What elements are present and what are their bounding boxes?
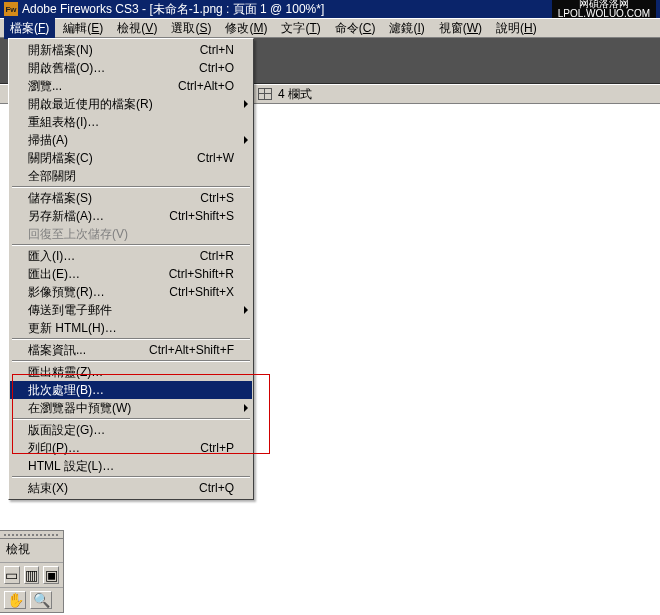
menu-separator: [12, 418, 250, 420]
menu-separator: [12, 186, 250, 188]
menu-item[interactable]: 掃描(A): [10, 131, 252, 149]
menu-separator: [12, 360, 250, 362]
menu-separator: [12, 338, 250, 340]
view-mode-row: ▭ ▥ ▣: [0, 563, 63, 588]
menu-item-label: 更新 HTML(H)…: [28, 320, 234, 337]
menu-item-accelerator: Ctrl+Shift+S: [169, 209, 234, 223]
menu-w[interactable]: 視窗(W): [433, 18, 488, 39]
menu-item-label: 全部關閉: [28, 168, 234, 185]
title-bar: Fw Adobe Fireworks CS3 - [未命名-1.png : 頁面…: [0, 0, 660, 18]
menu-item-label: 在瀏覽器中預覽(W): [28, 400, 234, 417]
menu-item-label: 版面設定(G)…: [28, 422, 234, 439]
menu-item-accelerator: Ctrl+Alt+Shift+F: [149, 343, 234, 357]
menu-item[interactable]: 檔案資訊...Ctrl+Alt+Shift+F: [10, 341, 252, 359]
menu-item-label: HTML 設定(L)…: [28, 458, 234, 475]
menu-item-label: 開啟最近使用的檔案(R): [28, 96, 234, 113]
menu-item-label: 關閉檔案(C): [28, 150, 197, 167]
menu-item[interactable]: 匯入(I)…Ctrl+R: [10, 247, 252, 265]
menu-item-label: 匯出(E)…: [28, 266, 169, 283]
menu-item[interactable]: 傳送到電子郵件: [10, 301, 252, 319]
tool-row: ✋ 🔍: [0, 588, 63, 612]
window-title: Adobe Fireworks CS3 - [未命名-1.png : 頁面 1 …: [22, 1, 324, 18]
menu-item-label: 另存新檔(A)…: [28, 208, 169, 225]
menu-f[interactable]: 檔案(F): [4, 18, 55, 39]
submenu-arrow-icon: [244, 136, 248, 144]
menu-item[interactable]: 結束(X)Ctrl+Q: [10, 479, 252, 497]
menu-v[interactable]: 檢視(V): [111, 18, 163, 39]
menu-item[interactable]: 匯出(E)…Ctrl+Shift+R: [10, 265, 252, 283]
layout-grid-icon[interactable]: [258, 88, 272, 100]
menu-item-label: 列印(P)…: [28, 440, 200, 457]
menu-item-label: 回復至上次儲存(V): [28, 226, 234, 243]
menu-item: 回復至上次儲存(V): [10, 225, 252, 243]
menu-item-accelerator: Ctrl+W: [197, 151, 234, 165]
menu-item[interactable]: 開啟最近使用的檔案(R): [10, 95, 252, 113]
submenu-arrow-icon: [244, 404, 248, 412]
tool-panel: 檢視 ▭ ▥ ▣ ✋ 🔍: [0, 530, 64, 613]
menu-item[interactable]: 關閉檔案(C)Ctrl+W: [10, 149, 252, 167]
menu-item-label: 匯出精靈(Z)…: [28, 364, 234, 381]
menu-item[interactable]: 更新 HTML(H)…: [10, 319, 252, 337]
menu-bar: 檔案(F)編輯(E)檢視(V)選取(S)修改(M)文字(T)命令(C)濾鏡(I)…: [0, 18, 660, 38]
menu-i[interactable]: 濾鏡(I): [383, 18, 430, 39]
menu-item-accelerator: Ctrl+R: [200, 249, 234, 263]
menu-item-label: 結束(X): [28, 480, 199, 497]
menu-item-accelerator: Ctrl+S: [200, 191, 234, 205]
watermark-badge: 网碩洛洛网 LPOL.WOLUO.COM: [552, 0, 656, 18]
menu-s[interactable]: 選取(S): [165, 18, 217, 39]
submenu-arrow-icon: [244, 100, 248, 108]
submenu-arrow-icon: [244, 306, 248, 314]
menu-item-accelerator: Ctrl+N: [200, 43, 234, 57]
app-icon: Fw: [4, 2, 18, 16]
menu-item-accelerator: Ctrl+Shift+X: [169, 285, 234, 299]
menu-item[interactable]: 另存新檔(A)…Ctrl+Shift+S: [10, 207, 252, 225]
menu-item-label: 重組表格(I)…: [28, 114, 234, 131]
menu-item-accelerator: Ctrl+Alt+O: [178, 79, 234, 93]
layout-b-icon[interactable]: ▥: [24, 566, 40, 584]
menu-separator: [12, 244, 250, 246]
menu-item[interactable]: HTML 設定(L)…: [10, 457, 252, 475]
menu-item-label: 瀏覽...: [28, 78, 178, 95]
menu-item-label: 掃描(A): [28, 132, 234, 149]
menu-item-label: 儲存檔案(S): [28, 190, 200, 207]
menu-item-accelerator: Ctrl+P: [200, 441, 234, 455]
menu-item[interactable]: 儲存檔案(S)Ctrl+S: [10, 189, 252, 207]
hand-tool-icon[interactable]: ✋: [4, 591, 26, 609]
menu-item[interactable]: 全部關閉: [10, 167, 252, 185]
layout-a-icon[interactable]: ▭: [4, 566, 20, 584]
menu-separator: [12, 476, 250, 478]
menu-item[interactable]: 影像預覽(R)…Ctrl+Shift+X: [10, 283, 252, 301]
menu-item-label: 傳送到電子郵件: [28, 302, 234, 319]
layout-c-icon[interactable]: ▣: [43, 566, 59, 584]
panel-grip[interactable]: [0, 531, 63, 539]
menu-item[interactable]: 重組表格(I)…: [10, 113, 252, 131]
zoom-tool-icon[interactable]: 🔍: [30, 591, 52, 609]
panel-title: 檢視: [0, 539, 63, 563]
menu-item-accelerator: Ctrl+Shift+R: [169, 267, 234, 281]
menu-item-label: 匯入(I)…: [28, 248, 200, 265]
menu-item[interactable]: 瀏覽...Ctrl+Alt+O: [10, 77, 252, 95]
menu-item[interactable]: 匯出精靈(Z)…: [10, 363, 252, 381]
menu-item[interactable]: 批次處理(B)…: [10, 381, 252, 399]
menu-e[interactable]: 編輯(E): [57, 18, 109, 39]
menu-item-label: 批次處理(B)…: [28, 382, 234, 399]
menu-item-label: 開啟舊檔(O)…: [28, 60, 199, 77]
menu-item-label: 檔案資訊...: [28, 342, 149, 359]
menu-item-accelerator: Ctrl+O: [199, 61, 234, 75]
menu-h[interactable]: 說明(H): [490, 18, 543, 39]
menu-item[interactable]: 列印(P)…Ctrl+P: [10, 439, 252, 457]
menu-t[interactable]: 文字(T): [275, 18, 326, 39]
menu-item[interactable]: 開新檔案(N)Ctrl+N: [10, 41, 252, 59]
menu-item-label: 影像預覽(R)…: [28, 284, 169, 301]
menu-item[interactable]: 版面設定(G)…: [10, 421, 252, 439]
menu-c[interactable]: 命令(C): [329, 18, 382, 39]
menu-item[interactable]: 開啟舊檔(O)…Ctrl+O: [10, 59, 252, 77]
layout-label: 4 欄式: [278, 86, 312, 103]
menu-item[interactable]: 在瀏覽器中預覽(W): [10, 399, 252, 417]
menu-item-label: 開新檔案(N): [28, 42, 200, 59]
menu-m[interactable]: 修改(M): [219, 18, 273, 39]
file-menu-dropdown: 開新檔案(N)Ctrl+N開啟舊檔(O)…Ctrl+O瀏覽...Ctrl+Alt…: [8, 38, 254, 500]
menu-item-accelerator: Ctrl+Q: [199, 481, 234, 495]
